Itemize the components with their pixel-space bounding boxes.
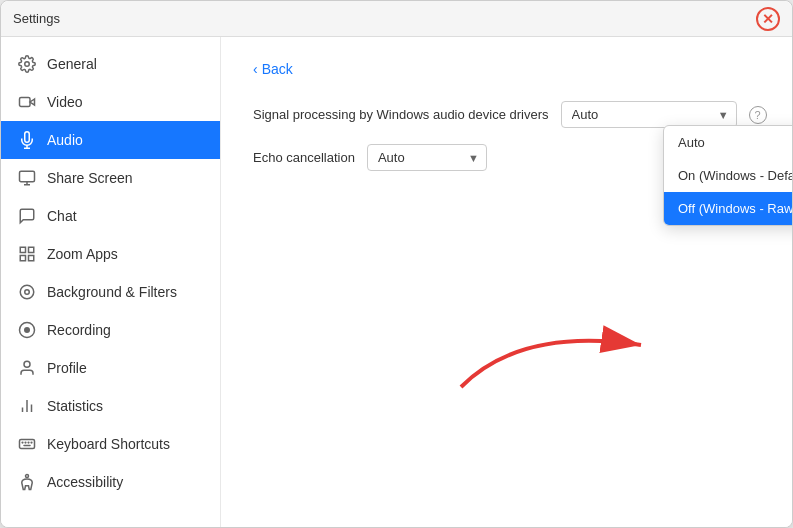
sidebar-item-profile[interactable]: Profile: [1, 349, 220, 387]
accessibility-icon: [17, 472, 37, 492]
sidebar-item-chat[interactable]: Chat: [1, 197, 220, 235]
gear-icon: [17, 54, 37, 74]
sidebar-label-general: General: [47, 56, 97, 72]
sidebar: General Video Audio: [1, 37, 221, 527]
sidebar-label-keyboard-shortcuts: Keyboard Shortcuts: [47, 436, 170, 452]
svg-point-25: [26, 475, 29, 478]
sidebar-item-background-filters[interactable]: Background & Filters: [1, 273, 220, 311]
stats-icon: [17, 396, 37, 416]
svg-point-15: [24, 361, 30, 367]
svg-rect-4: [20, 171, 35, 182]
sidebar-label-share-screen: Share Screen: [47, 170, 133, 186]
back-link[interactable]: ‹ Back: [253, 61, 760, 77]
background-icon: [17, 282, 37, 302]
settings-window: Settings ✕ General Vide: [0, 0, 793, 528]
svg-point-12: [20, 285, 34, 299]
sidebar-label-video: Video: [47, 94, 83, 110]
svg-point-14: [24, 327, 30, 333]
svg-point-11: [25, 290, 30, 295]
apps-icon: [17, 244, 37, 264]
sidebar-label-profile: Profile: [47, 360, 87, 376]
chat-icon: [17, 206, 37, 226]
signal-processing-row: Signal processing by Windows audio devic…: [253, 101, 760, 128]
dropdown-item-on[interactable]: On (Windows - Default): [664, 159, 792, 192]
back-chevron-icon: ‹: [253, 61, 258, 77]
sidebar-item-video[interactable]: Video: [1, 83, 220, 121]
sidebar-item-recording[interactable]: Recording: [1, 311, 220, 349]
sidebar-label-zoom-apps: Zoom Apps: [47, 246, 118, 262]
signal-dropdown: Auto On (Windows - Default) Off (Windows…: [663, 125, 792, 226]
sidebar-item-keyboard-shortcuts[interactable]: Keyboard Shortcuts: [1, 425, 220, 463]
signal-label: Signal processing by Windows audio devic…: [253, 107, 549, 122]
signal-help-icon[interactable]: ?: [749, 106, 767, 124]
window-title: Settings: [13, 11, 60, 26]
dropdown-item-off[interactable]: Off (Windows - Raw): [664, 192, 792, 225]
back-label: Back: [262, 61, 293, 77]
audio-icon: [17, 130, 37, 150]
svg-rect-7: [20, 247, 25, 252]
svg-rect-10: [29, 256, 34, 261]
svg-rect-19: [20, 440, 35, 449]
arrow-annotation: [441, 307, 671, 407]
svg-rect-1: [20, 98, 31, 107]
signal-select[interactable]: Auto On (Windows - Default) Off (Windows…: [561, 101, 737, 128]
close-button[interactable]: ✕: [756, 7, 780, 31]
echo-select-wrapper: Auto On Off ▼: [367, 144, 487, 171]
echo-select[interactable]: Auto On Off: [367, 144, 487, 171]
video-icon: [17, 92, 37, 112]
sidebar-label-accessibility: Accessibility: [47, 474, 123, 490]
sidebar-label-statistics: Statistics: [47, 398, 103, 414]
svg-rect-9: [20, 256, 25, 261]
main-content: ‹ Back Signal processing by Windows audi…: [221, 37, 792, 527]
content-area: General Video Audio: [1, 37, 792, 527]
keyboard-icon: [17, 434, 37, 454]
profile-icon: [17, 358, 37, 378]
recording-icon: [17, 320, 37, 340]
share-screen-icon: [17, 168, 37, 188]
sidebar-item-accessibility[interactable]: Accessibility: [1, 463, 220, 501]
sidebar-label-recording: Recording: [47, 322, 111, 338]
sidebar-item-share-screen[interactable]: Share Screen: [1, 159, 220, 197]
sidebar-label-chat: Chat: [47, 208, 77, 224]
signal-select-wrapper: Auto On (Windows - Default) Off (Windows…: [561, 101, 737, 128]
echo-label: Echo cancellation: [253, 150, 355, 165]
sidebar-item-statistics[interactable]: Statistics: [1, 387, 220, 425]
sidebar-label-background-filters: Background & Filters: [47, 284, 177, 300]
sidebar-item-zoom-apps[interactable]: Zoom Apps: [1, 235, 220, 273]
svg-point-0: [25, 62, 30, 67]
dropdown-item-auto[interactable]: Auto: [664, 126, 792, 159]
sidebar-item-general[interactable]: General: [1, 45, 220, 83]
title-bar: Settings ✕: [1, 1, 792, 37]
svg-rect-8: [29, 247, 34, 252]
sidebar-label-audio: Audio: [47, 132, 83, 148]
sidebar-item-audio[interactable]: Audio: [1, 121, 220, 159]
